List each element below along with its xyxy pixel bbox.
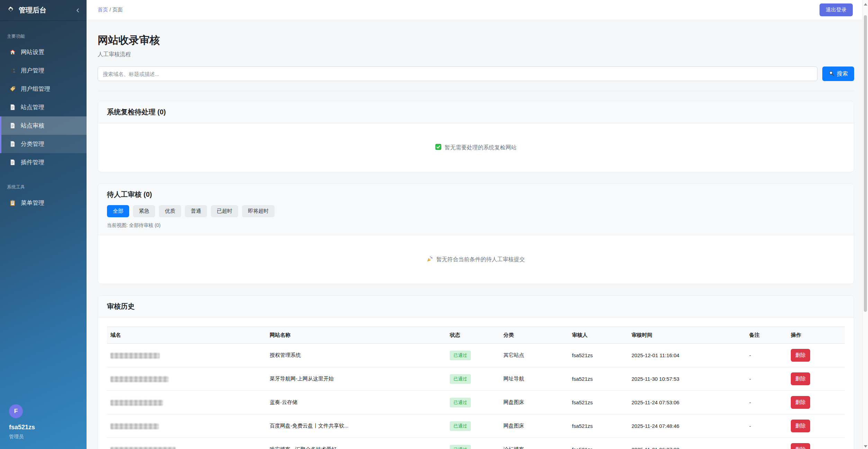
review-time: 2025-11-24 07:48:46: [628, 414, 746, 438]
search-input[interactable]: [98, 67, 817, 81]
tag-icon: [9, 86, 16, 93]
scrollbar-down-arrow-icon[interactable]: [864, 445, 867, 448]
history-card-header: 审核历史: [98, 296, 854, 318]
document-icon: [9, 104, 16, 111]
sidebar-item-site-audit[interactable]: 站点审核: [0, 116, 87, 135]
reviewer: fsa521zs: [569, 344, 628, 367]
col-domain: 域名: [107, 327, 266, 344]
party-popper-icon: [427, 256, 433, 263]
recheck-empty-state: 暂无需要处理的系统复检网站: [98, 123, 854, 172]
topbar: 首页 / 页面 退出登录: [87, 0, 862, 20]
delete-button[interactable]: 删除: [791, 396, 810, 409]
category: 其它站点: [500, 344, 569, 367]
pending-empty-state: 暂无符合当前条件的待人工审核提交: [98, 235, 854, 284]
note: -: [746, 367, 787, 391]
redacted-domain: [110, 400, 163, 406]
sidebar-item-category-management[interactable]: 分类管理: [0, 135, 87, 153]
reviewer: fsa521zs: [569, 367, 628, 391]
sidebar-item-site-settings[interactable]: 网站设置: [0, 43, 87, 61]
breadcrumb-separator: /: [109, 7, 111, 12]
recheck-card: 系统复检待处理 (0) 暂无需要处理的系统复检网站: [98, 101, 854, 172]
search-row: 搜索: [98, 67, 854, 81]
site-name: 百度网盘-免费云盘丨文件共享软...: [266, 414, 446, 438]
gear-icon: [7, 6, 15, 15]
sidebar-section-label: 主要功能: [0, 33, 87, 39]
breadcrumb: 首页 / 页面: [98, 7, 820, 13]
sidebar: 管理后台 主要功能 网站设置 用户管理 用户组管理: [0, 0, 87, 449]
check-icon: [435, 144, 441, 151]
history-card-body: 域名 网站名称 状态 分类 审核人 审核时间 备注 操作: [98, 318, 854, 449]
filter-normal[interactable]: 普通: [185, 205, 207, 217]
site-name: 唯安博客 - 汇聚众多技术爱好...: [266, 438, 446, 449]
history-table: 域名 网站名称 状态 分类 审核人 审核时间 备注 操作: [107, 327, 845, 449]
logout-button[interactable]: 退出登录: [820, 3, 853, 16]
table-row: 唯安博客 - 汇聚众多技术爱好... 已通过 论坛博客 fsa521zs 202…: [107, 438, 845, 449]
delete-button[interactable]: 删除: [791, 443, 810, 449]
sidebar-header: 管理后台: [0, 0, 87, 21]
sidebar-item-label: 分类管理: [21, 140, 44, 148]
breadcrumb-home-link[interactable]: 首页: [98, 7, 108, 12]
note: -: [746, 414, 787, 438]
redacted-domain: [110, 447, 176, 449]
document-icon: [9, 141, 16, 148]
search-icon: [829, 70, 834, 78]
review-time: 2025-11-21 06:27:08: [628, 438, 746, 449]
search-button[interactable]: 搜索: [822, 67, 854, 81]
table-row: 菜牙导航网-上网从这里开始 已通过 网址导航 fsa521zs 2025-11-…: [107, 367, 845, 391]
recheck-card-header: 系统复检待处理 (0): [98, 101, 854, 123]
delete-button[interactable]: 删除: [791, 420, 810, 432]
sidebar-item-label: 用户组管理: [21, 85, 50, 93]
sidebar-item-menu-management[interactable]: 菜单管理: [0, 194, 87, 212]
sidebar-item-user-group-management[interactable]: 用户组管理: [0, 80, 87, 98]
note: -: [746, 438, 787, 449]
redacted-domain: [110, 353, 160, 359]
scrollbar-up-arrow-icon[interactable]: [864, 3, 867, 6]
sidebar-item-label: 网站设置: [21, 48, 44, 56]
history-card: 审核历史 域名 网站名称 状态 分类: [98, 295, 854, 449]
sidebar-item-label: 站点审核: [21, 122, 44, 130]
note: -: [746, 344, 787, 367]
document-icon: [9, 122, 16, 129]
review-time: 2025-12-01 11:16:04: [628, 344, 746, 367]
reviewer: fsa521zs: [569, 391, 628, 414]
breadcrumb-current: 页面: [113, 7, 123, 12]
sidebar-item-plugin-management[interactable]: 插件管理: [0, 153, 87, 171]
recheck-card-title: 系统复检待处理 (0): [107, 108, 166, 116]
sidebar-item-label: 插件管理: [21, 158, 44, 166]
filter-quality[interactable]: 优质: [159, 205, 181, 217]
app-title: 管理后台: [19, 6, 75, 15]
filter-all[interactable]: 全部: [107, 205, 129, 217]
status-badge: 已通过: [450, 351, 471, 360]
avatar: F: [9, 404, 23, 418]
status-badge: 已通过: [450, 374, 471, 384]
col-site-name: 网站名称: [266, 327, 446, 344]
clipboard-icon: [9, 200, 16, 206]
scrollbar[interactable]: [862, 0, 868, 449]
sidebar-item-label: 站点管理: [21, 103, 44, 111]
recheck-empty-message: 暂无需要处理的系统复检网站: [445, 144, 517, 151]
users-icon: [9, 67, 16, 74]
main-area: 首页 / 页面 退出登录 网站收录审核 人工审核流程 搜索: [87, 0, 862, 449]
col-actions: 操作: [787, 327, 845, 344]
sidebar-user-panel: F fsa521zs 管理员: [0, 404, 87, 449]
delete-button[interactable]: 删除: [791, 372, 810, 385]
pending-card-header: 待人工审核 (0) 全部 紧急 优质 普通 已超时 即将超时 当前视图: 全部待…: [98, 184, 854, 235]
site-name: 蓝奏·云存储: [266, 391, 446, 414]
scrollbar-thumb[interactable]: [864, 15, 867, 312]
status-badge: 已通过: [450, 398, 471, 407]
sidebar-item-site-management[interactable]: 站点管理: [0, 98, 87, 116]
sidebar-item-user-management[interactable]: 用户管理: [0, 61, 87, 80]
pending-card-title: 待人工审核 (0): [107, 191, 152, 198]
review-time: 2025-11-24 07:53:06: [628, 391, 746, 414]
filter-almost-overdue[interactable]: 即将超时: [242, 205, 275, 217]
note: -: [746, 391, 787, 414]
filter-overdue[interactable]: 已超时: [211, 205, 238, 217]
table-row: 百度网盘-免费云盘丨文件共享软... 已通过 网盘图床 fsa521zs 202…: [107, 414, 845, 438]
filter-urgent[interactable]: 紧急: [133, 205, 155, 217]
col-review-time: 审核时间: [628, 327, 746, 344]
reviewer: fsa521zs: [569, 414, 628, 438]
history-card-title: 审核历史: [107, 302, 135, 310]
sidebar-collapse-button[interactable]: [75, 8, 80, 13]
current-view-hint: 当前视图: 全部待审核 (0): [107, 222, 845, 229]
delete-button[interactable]: 删除: [791, 349, 810, 362]
